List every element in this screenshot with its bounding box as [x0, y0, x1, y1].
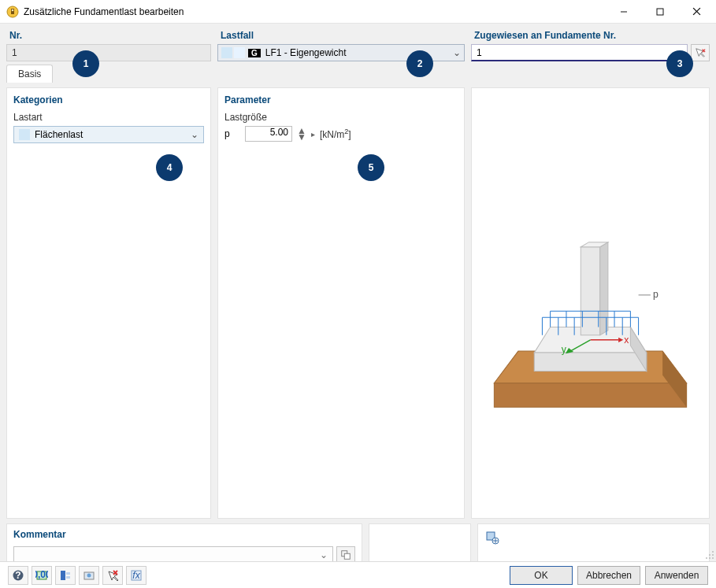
tabs: Basis — [0, 65, 716, 83]
nr-value: 1 — [12, 47, 17, 58]
svg-text:0,00: 0,00 — [35, 569, 48, 580]
categories-panel: Kategorien Lastart Flächenlast ⌄ — [6, 87, 211, 519]
nr-label: Nr. — [6, 28, 211, 44]
load-type-badge: G — [248, 49, 261, 57]
annotation-badge-2: 2 — [406, 50, 433, 77]
lastfall-label: Lastfall — [217, 28, 465, 44]
svg-marker-13 — [534, 353, 647, 371]
delete-pointer-button[interactable] — [102, 566, 123, 585]
app-icon — [6, 6, 19, 18]
svg-text:fx: fx — [132, 570, 140, 581]
svg-marker-15 — [581, 247, 599, 335]
window-maximize-button[interactable] — [642, 1, 678, 23]
window-title: Zusätzliche Fundamentlast bearbeiten — [24, 6, 606, 17]
assigned-input[interactable]: 1 — [471, 44, 688, 61]
svg-point-2 — [12, 9, 14, 11]
color-swatch-icon — [221, 47, 232, 58]
svg-point-60 — [706, 557, 707, 559]
top-fields: Nr. 1 Lastfall G LF1 - Eigengewicht ⌄ Zu… — [0, 24, 716, 65]
svg-rect-41 — [344, 553, 350, 559]
param-symbol: p — [224, 128, 240, 139]
lastart-label: Lastart — [13, 112, 204, 123]
color-swatch-icon — [234, 47, 245, 58]
color-swatch-icon — [19, 129, 30, 140]
svg-point-59 — [712, 554, 714, 556]
annotation-badge-5: 5 — [358, 154, 384, 181]
main-area: Kategorien Lastart Flächenlast ⌄ Paramet… — [0, 83, 716, 523]
chevron-down-icon: ⌄ — [191, 129, 198, 140]
load-magnitude-label: Lastgröße — [224, 112, 458, 123]
svg-marker-10 — [494, 383, 686, 408]
svg-point-61 — [709, 557, 710, 559]
annotation-badge-1: 1 — [72, 50, 99, 77]
svg-point-58 — [709, 554, 710, 556]
annotation-badge-3: 3 — [666, 50, 693, 77]
comment-heading: Kommentar — [13, 529, 355, 540]
bottom-bar: ? 0,00 fx OK Abbrechen Anwenden — [0, 561, 716, 588]
formula-button[interactable]: fx — [126, 566, 147, 585]
svg-rect-49 — [66, 572, 70, 575]
param-value-input[interactable]: 5.00 — [245, 126, 292, 142]
expand-options-icon[interactable]: ▸ — [311, 130, 315, 139]
svg-rect-4 — [657, 9, 663, 15]
svg-text:p: p — [653, 289, 658, 300]
assigned-value: 1 — [477, 47, 482, 58]
preview-panel: x y p — [471, 87, 710, 519]
apply-button[interactable]: Anwenden — [645, 566, 708, 585]
titlebar: Zusätzliche Fundamentlast bearbeiten — [0, 0, 716, 24]
annotation-badge-4: 4 — [156, 154, 183, 181]
svg-point-57 — [712, 551, 714, 553]
cancel-button[interactable]: Abbrechen — [577, 566, 640, 585]
svg-rect-50 — [66, 576, 70, 579]
lastart-value: Flächenlast — [35, 129, 83, 140]
window-close-button[interactable] — [678, 1, 714, 23]
units-button[interactable]: 0,00 — [32, 566, 52, 585]
lastart-select[interactable]: Flächenlast ⌄ — [13, 126, 204, 143]
view-settings-button[interactable] — [483, 529, 502, 546]
parameter-panel: Parameter Lastgröße p 5.00 ▲▼ ▸ [kN/m2] — [217, 87, 465, 519]
nr-field: 1 — [6, 44, 211, 61]
assigned-label: Zugewiesen an Fundamente Nr. — [471, 28, 710, 44]
resize-grip-icon[interactable] — [705, 550, 714, 560]
parameter-heading: Parameter — [224, 94, 458, 105]
view-button[interactable] — [79, 566, 99, 585]
svg-point-62 — [712, 557, 714, 559]
spinner-buttons[interactable]: ▲▼ — [297, 126, 306, 142]
tab-basis[interactable]: Basis — [6, 65, 53, 83]
svg-point-52 — [87, 573, 91, 577]
svg-text:x: x — [624, 335, 629, 346]
help-button[interactable]: ? — [8, 566, 28, 585]
categories-heading: Kategorien — [13, 94, 204, 105]
svg-text:y: y — [562, 344, 567, 355]
navigator-button[interactable] — [55, 566, 76, 585]
svg-text:?: ? — [15, 570, 20, 581]
ok-button[interactable]: OK — [510, 566, 573, 585]
foundation-preview-icon: x y p — [478, 94, 703, 512]
chevron-down-icon: ⌄ — [320, 549, 328, 560]
lastfall-value: LF1 - Eigengewicht — [265, 47, 347, 58]
param-unit: [kN/m2] — [320, 128, 351, 140]
window-minimize-button[interactable] — [606, 1, 642, 23]
pick-element-button[interactable] — [691, 44, 710, 61]
svg-rect-48 — [61, 571, 65, 580]
chevron-down-icon: ⌄ — [453, 47, 461, 58]
